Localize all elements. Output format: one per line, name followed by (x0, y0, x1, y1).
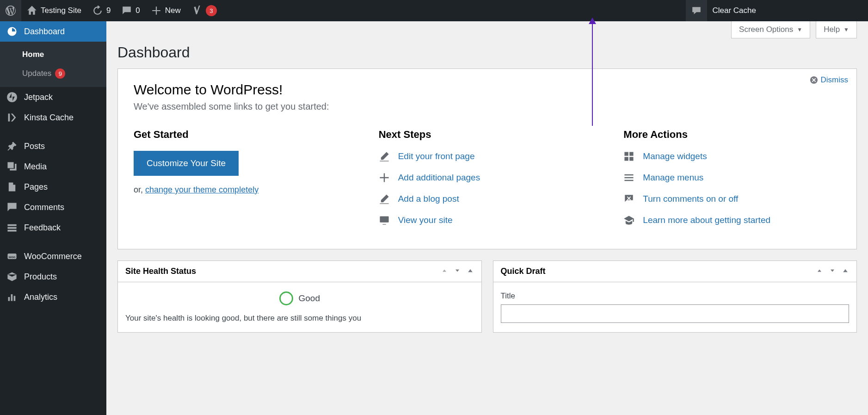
move-down-button[interactable] (829, 267, 836, 276)
sidebar-dashboard-label: Dashboard (24, 27, 65, 37)
sidebar-item-analytics[interactable]: Analytics (0, 287, 106, 307)
yoast-badge: 3 (206, 5, 217, 16)
move-up-button[interactable] (441, 267, 448, 276)
move-up-button[interactable] (816, 267, 823, 276)
plus-icon (379, 172, 390, 183)
plus-icon (151, 6, 161, 16)
welcome-col-getstarted: Get Started Customize Your Site or, chan… (134, 129, 351, 236)
svg-point-0 (7, 92, 17, 102)
link-comments-toggle[interactable]: Turn comments on or off (623, 193, 841, 204)
sidebar-item-posts[interactable]: Posts (0, 136, 106, 156)
or-change-theme: or, change your theme completely (134, 185, 351, 195)
edit-icon (379, 151, 390, 162)
welcome-col-nextsteps: Next Steps Edit your front page Add addi… (379, 129, 596, 236)
chevron-down-icon (454, 267, 461, 274)
link-add-blog-post[interactable]: Add a blog post (379, 193, 596, 204)
dismiss-icon (810, 76, 818, 84)
write-icon (379, 193, 390, 204)
updates-badge: 9 (55, 68, 65, 79)
welcome-subtitle: We've assembled some links to get you st… (134, 101, 841, 112)
sidebar-sub-home[interactable]: Home (0, 45, 106, 64)
sidebar-item-jetpack[interactable]: Jetpack (0, 87, 106, 107)
triangle-up-icon (842, 267, 849, 274)
updates-count-label: 9 (106, 6, 111, 15)
toggle-button[interactable] (842, 267, 849, 276)
change-theme-link[interactable]: change your theme completely (145, 185, 259, 194)
yoast-icon (192, 6, 202, 16)
sidebar-item-feedback[interactable]: Feedback (0, 217, 106, 238)
sidebar-item-products[interactable]: Products (0, 266, 106, 287)
new-content-menu[interactable]: New (146, 0, 186, 21)
sidebar-item-dashboard[interactable]: Dashboard (0, 21, 106, 42)
comments-icon (6, 202, 18, 213)
refresh-icon (92, 6, 103, 16)
site-name-menu[interactable]: Testing Site (21, 0, 87, 21)
dashboard-submenu: Home Updates 9 (0, 42, 106, 87)
admin-sidebar: Dashboard Home Updates 9 Jetpack Kinsta … (0, 21, 106, 415)
link-manage-widgets[interactable]: Manage widgets (623, 151, 841, 162)
link-learn-more[interactable]: Learn more about getting started (623, 215, 841, 226)
page-title: Dashboard (117, 38, 857, 68)
chevron-down-icon: ▼ (843, 26, 849, 33)
link-edit-front-page[interactable]: Edit your front page (379, 151, 596, 162)
getstarted-heading: Get Started (134, 129, 351, 141)
screen-options-tab[interactable]: Screen Options ▼ (731, 21, 810, 38)
clear-cache-label: Clear Cache (713, 6, 757, 15)
triangle-up-icon (467, 267, 474, 274)
updates-menu[interactable]: 9 (87, 0, 116, 21)
wp-logo-menu[interactable] (0, 0, 21, 21)
comment-off-icon (623, 193, 634, 204)
new-label: New (165, 6, 181, 15)
admin-toolbar: Testing Site 9 0 New 3 Clear Cache (0, 0, 868, 21)
sidebar-item-kinsta-cache[interactable]: Kinsta Cache (0, 107, 106, 128)
move-down-button[interactable] (454, 267, 461, 276)
sidebar-sub-updates[interactable]: Updates 9 (0, 64, 106, 83)
site-health-title: Site Health Status (125, 266, 196, 276)
toggle-button[interactable] (467, 267, 474, 276)
dashboard-widgets: Site Health Status Good Your site's heal… (117, 260, 857, 333)
media-icon (6, 161, 18, 172)
dashboard-icon (6, 26, 18, 37)
comment-icon (122, 6, 132, 16)
health-circle-icon (279, 291, 293, 305)
chevron-down-icon (829, 267, 836, 274)
site-name-label: Testing Site (41, 6, 81, 15)
help-tab[interactable]: Help ▼ (816, 21, 857, 38)
adminbar-right: Clear Cache (686, 0, 762, 21)
menu-icon (623, 172, 634, 183)
comments-count-label: 0 (135, 6, 140, 15)
svg-text:woo: woo (8, 255, 16, 259)
products-icon (6, 271, 18, 282)
chevron-up-icon (816, 267, 823, 274)
clear-cache-button[interactable]: Clear Cache (707, 0, 762, 21)
wordpress-icon (6, 6, 16, 16)
notification-menu[interactable] (686, 0, 707, 21)
kinsta-icon (6, 112, 18, 123)
sidebar-item-pages[interactable]: Pages (0, 177, 106, 197)
welcome-col-moreactions: More Actions Manage widgets Manage menus… (623, 129, 841, 236)
woo-icon: woo (6, 251, 18, 262)
health-text: Your site's health is looking good, but … (125, 314, 474, 323)
link-manage-menus[interactable]: Manage menus (623, 172, 841, 183)
dismiss-button[interactable]: Dismiss (810, 75, 849, 85)
arrow-annotation (592, 19, 593, 126)
quick-draft-title-input[interactable] (501, 304, 850, 323)
health-status-label: Good (299, 293, 320, 304)
sidebar-item-media[interactable]: Media (0, 156, 106, 177)
customize-site-button[interactable]: Customize Your Site (134, 151, 239, 176)
sidebar-item-comments[interactable]: Comments (0, 197, 106, 217)
yoast-menu[interactable]: 3 (186, 0, 222, 21)
feedback-icon (6, 222, 18, 233)
nextsteps-heading: Next Steps (379, 129, 596, 141)
welcome-panel: Dismiss Welcome to WordPress! We've asse… (117, 68, 857, 249)
site-health-widget: Site Health Status Good Your site's heal… (117, 260, 482, 333)
link-add-pages[interactable]: Add additional pages (379, 172, 596, 183)
chevron-down-icon: ▼ (797, 26, 802, 33)
widgets-icon (623, 151, 634, 162)
quick-draft-title-label: Title (501, 291, 850, 301)
adminbar-left: Testing Site 9 0 New 3 (0, 0, 222, 21)
sidebar-item-woocommerce[interactable]: woo WooCommerce (0, 246, 106, 266)
comments-menu[interactable]: 0 (116, 0, 145, 21)
jetpack-icon (6, 92, 18, 103)
link-view-site[interactable]: View your site (379, 215, 596, 226)
